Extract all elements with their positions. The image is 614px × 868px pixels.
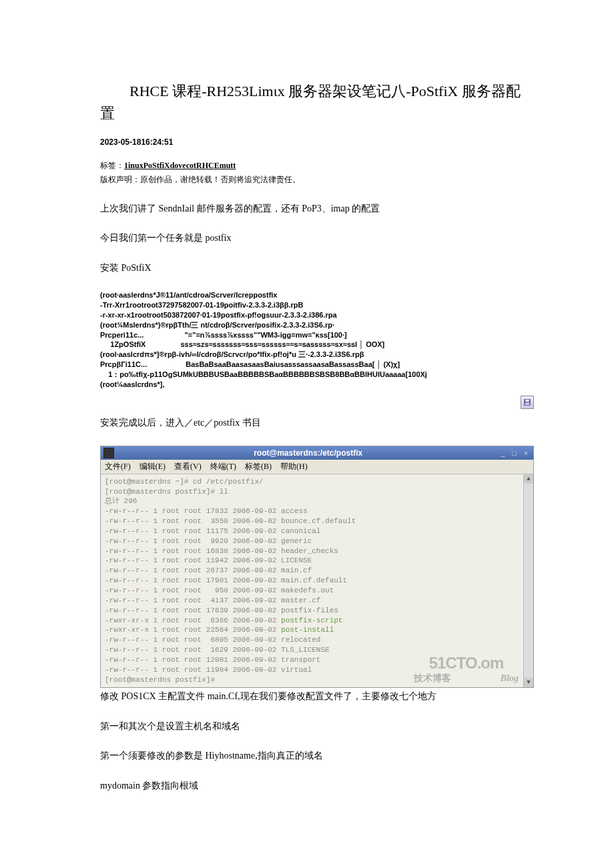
terminal-menubar: 文件(F) 编辑(E) 查看(V) 终端(T) 标签(B) 帮助(H) bbox=[101, 460, 533, 474]
install-output-text: (root·aaslerdns*J®11/ant/cdroa/Scrver/Ic… bbox=[100, 291, 427, 388]
maximize-button[interactable]: □ bbox=[510, 449, 519, 457]
save-icon[interactable] bbox=[521, 396, 534, 409]
tags-label: 标签： bbox=[100, 161, 124, 170]
menu-edit[interactable]: 编辑(E) bbox=[139, 462, 166, 471]
menu-tabs[interactable]: 标签(B) bbox=[245, 462, 272, 471]
watermark-line2a: 技术博客 bbox=[414, 672, 451, 685]
paragraph-4: 安装完成以后，进入／etc／postfix 书目 bbox=[100, 416, 534, 430]
term-line: 总计 296 bbox=[105, 496, 529, 506]
term-line: -rwxr-xr-x 1 root root 22564 2006-09-02 … bbox=[105, 625, 529, 635]
scroll-down-icon[interactable]: ▼ bbox=[524, 678, 533, 687]
watermark-line2b: Blog bbox=[501, 673, 519, 685]
menu-view[interactable]: 查看(V) bbox=[174, 462, 202, 471]
paragraph-2: 今日我们第一个任务就是 postfix bbox=[100, 231, 534, 246]
paragraph-5: 修改 POS1CX 主配置文件 main.Cf,现在我们要修改配置文件了，主要修… bbox=[100, 689, 534, 704]
install-output: (root·aaslerdns*J®11/ant/cdroa/Scrver/Ic… bbox=[100, 290, 534, 409]
paragraph-3: 安装 PoStfiX bbox=[100, 261, 534, 276]
terminal-content[interactable]: [root@masterdns ~]# cd /etc/postfix/ [ro… bbox=[101, 474, 533, 688]
term-line: [root@masterdns ~]# cd /etc/postfix/ bbox=[105, 477, 529, 487]
tags-link[interactable]: 1inuxPoStfiXdovecotRHCEmutt bbox=[124, 161, 236, 170]
page-title: RHCE 课程-RH253Limιx 服务器架设笔记八-PoStfiX 服务器配… bbox=[100, 80, 534, 124]
term-line: -rw-r--r-- 1 root root 17981 2006-09-02 … bbox=[105, 576, 529, 586]
paragraph-1: 上次我们讲了 SendnIail 邮件服务器的配置，还有 PoP3、imap 的… bbox=[100, 201, 534, 216]
post-date: 2023-05-1816:24:51 bbox=[100, 137, 534, 147]
menu-terminal[interactable]: 终端(T) bbox=[210, 462, 236, 471]
copyright-text: 版权声明：原创作品，谢绝转载！否则将追究法律责任。 bbox=[100, 174, 534, 185]
svg-rect-2 bbox=[525, 403, 529, 406]
scrollbar[interactable]: ▲ ▼ bbox=[523, 474, 533, 688]
menu-help[interactable]: 帮助(H) bbox=[280, 462, 308, 471]
term-line: -rw-r--r-- 1 root root 26737 2006-09-02 … bbox=[105, 566, 529, 576]
watermark: 51CTO.om 技术博客 Blog bbox=[411, 653, 521, 685]
term-line: -rw-r--r-- 1 root root 17832 2006-09-02 … bbox=[105, 506, 529, 516]
term-line: -rw-r--r-- 1 root root 17639 2006-09-02 … bbox=[105, 606, 529, 616]
term-line: [root@masterdns postfix]# ll bbox=[105, 487, 529, 497]
exec-file: post-install bbox=[281, 626, 334, 634]
term-line: -rw-r--r-- 1 root root 11175 2006-09-02 … bbox=[105, 526, 529, 536]
term-line: -rw-r--r-- 1 root root 6805 2006-09-02 r… bbox=[105, 635, 529, 645]
svg-rect-1 bbox=[526, 400, 529, 402]
term-line: -rw-r--r-- 1 root root 4137 2006-09-02 m… bbox=[105, 596, 529, 606]
term-line: -rw-r--r-- 1 root root 3550 2006-09-02 b… bbox=[105, 516, 529, 526]
close-button[interactable]: × bbox=[521, 449, 531, 457]
paragraph-6: 第一和其次个是设置主机名和域名 bbox=[100, 719, 534, 734]
term-line: -rwxr-xr-x 1 root root 6366 2006-09-02 p… bbox=[105, 616, 529, 626]
term-line: -rw-r--r-- 1 root root 958 2006-09-02 ma… bbox=[105, 586, 529, 596]
terminal-title: root@masterdns:/etc/postfix bbox=[118, 448, 498, 458]
term-line: -rw-r--r-- 1 root root 16838 2006-09-02 … bbox=[105, 546, 529, 556]
term-line: -rw-r--r-- 1 root root 11942 2006-09-02 … bbox=[105, 556, 529, 566]
minimize-button[interactable]: _ bbox=[498, 449, 507, 457]
terminal-icon bbox=[103, 448, 114, 458]
term-line: -rw-r--r-- 1 root root 9920 2006-09-02 g… bbox=[105, 536, 529, 546]
tags-row: 标签：1inuxPoStfiXdovecotRHCEmutt bbox=[100, 160, 534, 171]
menu-file[interactable]: 文件(F) bbox=[105, 462, 131, 471]
terminal-titlebar[interactable]: root@masterdns:/etc/postfix _ □ × bbox=[101, 446, 533, 460]
paragraph-8: mydomain 参数指向根域 bbox=[100, 779, 534, 793]
exec-file: postfix-script bbox=[281, 616, 342, 624]
paragraph-7: 第一个须要修改的参数是 Hiyhostname,指向真正的域名 bbox=[100, 749, 534, 763]
scroll-up-icon[interactable]: ▲ bbox=[524, 474, 533, 484]
terminal-window: root@masterdns:/etc/postfix _ □ × 文件(F) … bbox=[100, 446, 534, 689]
